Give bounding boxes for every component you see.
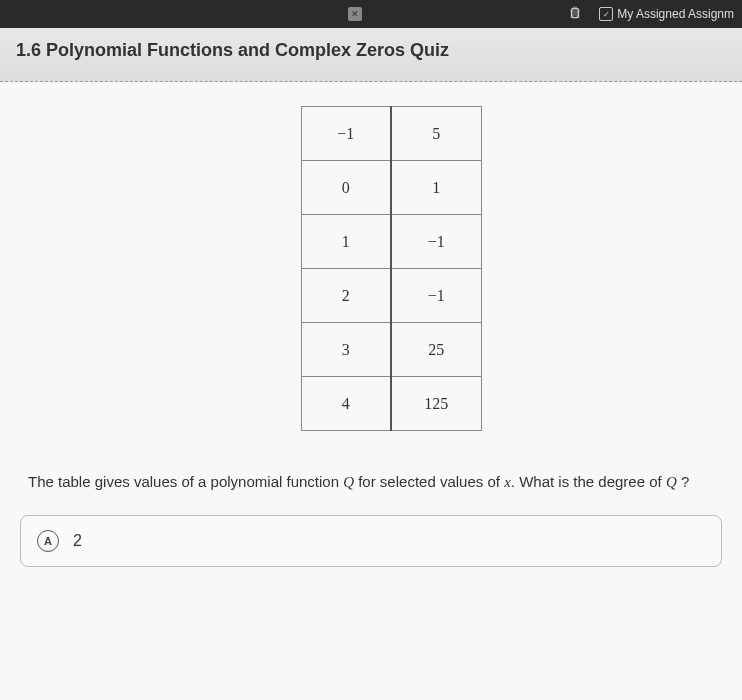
cell-x: 4 <box>301 377 391 431</box>
extension-icon[interactable] <box>567 5 583 24</box>
quiz-header: 1.6 Polynomial Functions and Complex Zer… <box>0 28 742 82</box>
table-row: 4 125 <box>301 377 481 431</box>
assigned-label: My Assigned Assignm <box>617 7 734 21</box>
answer-option-a[interactable]: A 2 <box>20 515 722 567</box>
cell-q: 25 <box>391 323 481 377</box>
cell-q: −1 <box>391 269 481 323</box>
clipboard-icon: ✓ <box>599 7 613 21</box>
table-row: −1 5 <box>301 107 481 161</box>
values-table: −1 5 0 1 1 −1 2 −1 3 25 4 125 <box>301 106 482 431</box>
option-letter: A <box>37 530 59 552</box>
question-text: The table gives values of a polynomial f… <box>20 471 722 493</box>
table-row: 3 25 <box>301 323 481 377</box>
browser-top-nav: ✕ ✓ My Assigned Assignm <box>0 0 742 28</box>
cell-x: 2 <box>301 269 391 323</box>
cell-x: −1 <box>301 107 391 161</box>
assigned-link[interactable]: ✓ My Assigned Assignm <box>599 7 734 21</box>
cell-x: 3 <box>301 323 391 377</box>
table-row: 0 1 <box>301 161 481 215</box>
option-value: 2 <box>73 532 82 550</box>
cell-q: 1 <box>391 161 481 215</box>
cell-q: 5 <box>391 107 481 161</box>
table-row: 2 −1 <box>301 269 481 323</box>
quiz-content: −1 5 0 1 1 −1 2 −1 3 25 4 125 The table … <box>0 82 742 700</box>
close-icon[interactable]: ✕ <box>348 7 362 21</box>
table-row: 1 −1 <box>301 215 481 269</box>
cell-q: 125 <box>391 377 481 431</box>
cell-x: 0 <box>301 161 391 215</box>
quiz-title: 1.6 Polynomial Functions and Complex Zer… <box>16 40 449 60</box>
cell-q: −1 <box>391 215 481 269</box>
cell-x: 1 <box>301 215 391 269</box>
